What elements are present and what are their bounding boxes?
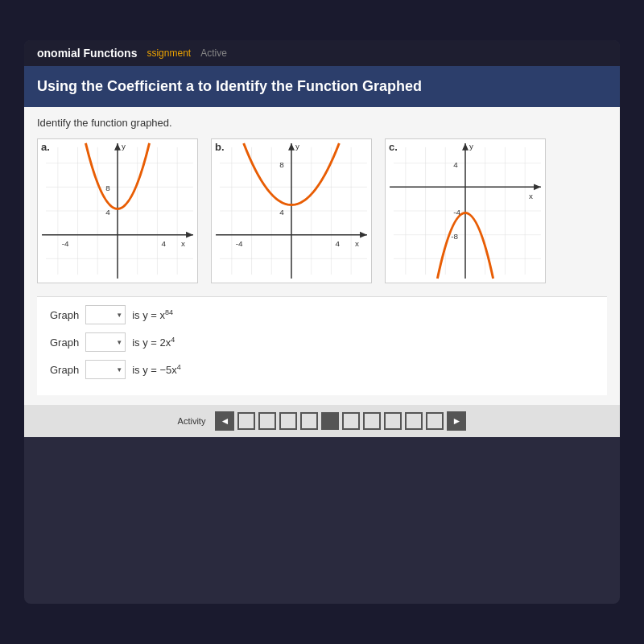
svg-marker-14 [114,143,121,151]
svg-marker-36 [288,143,295,151]
answer-row-3: Graph a b c is y = −5x4 [50,360,594,379]
dropdown-wrapper-1[interactable]: a b c [85,305,126,324]
dropdown-wrapper-3[interactable]: a b c [85,360,126,379]
dropdown-3[interactable]: a b c [85,360,126,379]
svg-text:4: 4 [453,160,458,169]
equation-3: is y = −5x4 [132,363,181,376]
nav-dot-7[interactable] [363,412,381,430]
equation-2: is y = 2x4 [132,336,175,349]
dropdown-wrapper-2[interactable]: a b c [85,332,126,352]
svg-marker-37 [360,232,367,238]
graph-word-1: Graph [50,309,79,321]
svg-text:4: 4 [335,240,340,249]
nav-dot-9[interactable] [405,412,423,430]
nav-dot-4[interactable] [300,412,318,430]
header: Using the Coefficient a to Identify the … [24,66,620,107]
svg-text:y: y [122,142,126,151]
instruction-text: Identify the function graphed. [37,117,607,129]
prev-button[interactable]: ◄ [215,411,234,431]
graph-word-3: Graph [50,364,79,376]
svg-text:8: 8 [105,184,110,193]
dropdown-2[interactable]: a b c [85,332,126,352]
graph-word-2: Graph [50,336,79,349]
svg-marker-58 [462,143,469,151]
nav-dot-2[interactable] [258,412,276,430]
nav-dot-1[interactable] [237,412,255,430]
svg-text:4: 4 [105,208,110,217]
svg-text:y: y [295,142,299,151]
next-button[interactable]: ► [447,411,466,431]
svg-text:x: x [529,192,533,201]
svg-marker-15 [186,232,193,238]
equation-1: is y = x84 [132,308,173,321]
svg-text:y: y [469,142,473,151]
graphs-row: y x 8 4 -4 4 a. [37,138,607,283]
graph-c: y x 4 -4 -8 c. [385,138,546,283]
nav-dot-10[interactable] [426,412,444,430]
assignment-label: ssignment [147,47,191,59]
answer-row-1: Graph a b c is y = x84 [50,305,594,324]
top-bar: onomial Functions ssignment Active [24,40,620,66]
content-area: Identify the function graphed. [24,107,620,405]
svg-text:8: 8 [279,160,284,169]
svg-text:-4: -4 [236,240,243,249]
page-title: onomial Functions [37,47,137,60]
graph-a-label: a. [41,141,50,153]
nav-dot-3[interactable] [279,412,297,430]
graph-a: y x 8 4 -4 4 a. [37,138,198,283]
nav-dot-6[interactable] [342,412,360,430]
answer-section: Graph a b c is y = x84 Graph a [37,296,607,395]
svg-text:x: x [181,240,185,249]
graph-b: y x 8 4 -4 4 b. [211,138,372,283]
svg-text:4: 4 [279,208,284,217]
header-title: Using the Coefficient a to Identify the … [37,77,607,96]
dropdown-1[interactable]: a b c [85,305,126,324]
nav-dot-8[interactable] [384,412,402,430]
svg-text:-4: -4 [62,240,69,249]
svg-marker-59 [534,184,541,191]
activity-label: Activity [178,416,206,426]
svg-text:x: x [355,240,359,249]
graph-c-label: c. [389,141,398,153]
active-badge: Active [200,47,227,59]
bottom-nav: Activity ◄ ► [24,405,620,437]
answer-row-2: Graph a b c is y = 2x4 [50,332,594,352]
svg-text:4: 4 [161,240,166,249]
svg-text:-8: -8 [451,232,458,241]
nav-dot-5[interactable] [321,412,339,430]
graph-b-label: b. [215,141,225,153]
